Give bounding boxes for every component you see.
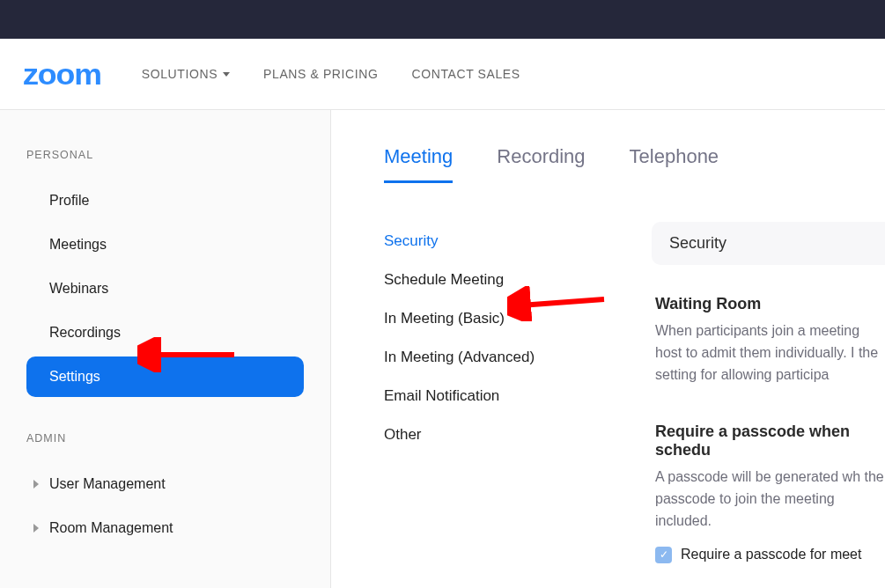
settings-subnav: Security Schedule Meeting In Meeting (Ba… [384,222,652,588]
tab-telephone[interactable]: Telephone [630,145,719,183]
nav-solutions[interactable]: SOLUTIONS [142,67,230,81]
logo[interactable]: zoom [23,57,101,92]
setting-description: A passcode will be generated wh the pass… [655,467,885,532]
sidebar-item-label: User Management [49,476,166,492]
checkbox-row[interactable]: ✓ Require a passcode for meet [655,547,885,563]
subnav-in-meeting-basic[interactable]: In Meeting (Basic) [384,299,652,338]
sidebar-item-meetings[interactable]: Meetings [26,224,304,265]
nav-contact-sales[interactable]: CONTACT SALES [411,67,520,81]
subnav-in-meeting-advanced[interactable]: In Meeting (Advanced) [384,338,652,377]
setting-description: When participants join a meeting host to… [655,320,885,386]
section-header-security: Security [652,222,885,265]
setting-title: Require a passcode when schedu [655,423,885,459]
sidebar-item-label: Room Management [49,520,173,536]
sidebar-section-personal: PERSONAL [26,149,304,161]
tab-recording[interactable]: Recording [497,145,585,183]
checkbox-label: Require a passcode for meet [681,547,861,562]
chevron-right-icon [33,524,39,533]
settings-content: Security Waiting Room When participants … [652,222,885,588]
tab-meeting[interactable]: Meeting [384,145,453,183]
setting-waiting-room: Waiting Room When participants join a me… [652,295,885,386]
nav-plans-pricing[interactable]: PLANS & PRICING [263,67,378,81]
nav-label: SOLUTIONS [142,67,218,81]
setting-require-passcode: Require a passcode when schedu A passcod… [652,423,885,562]
caret-down-icon [223,72,230,77]
main-content: Meeting Recording Telephone Security Sch… [331,110,885,588]
sidebar-item-settings[interactable]: Settings [26,356,304,397]
sidebar-item-profile[interactable]: Profile [26,180,304,221]
chevron-right-icon [33,480,39,489]
subnav-email-notification[interactable]: Email Notification [384,377,652,415]
top-nav: SOLUTIONS PLANS & PRICING CONTACT SALES [142,67,520,81]
subnav-security[interactable]: Security [384,222,652,261]
subnav-other[interactable]: Other [384,415,652,454]
subnav-schedule-meeting[interactable]: Schedule Meeting [384,261,652,299]
header: zoom SOLUTIONS PLANS & PRICING CONTACT S… [0,39,885,110]
setting-title: Waiting Room [655,295,885,313]
sidebar: PERSONAL Profile Meetings Webinars Recor… [0,110,331,588]
sidebar-item-recordings[interactable]: Recordings [26,312,304,353]
tabs: Meeting Recording Telephone [384,145,885,183]
sidebar-item-user-management[interactable]: User Management [26,464,304,504]
sidebar-section-admin: ADMIN [26,432,304,445]
top-bar [0,0,885,39]
sidebar-item-webinars[interactable]: Webinars [26,268,304,309]
sidebar-item-room-management[interactable]: Room Management [26,508,304,548]
checkbox-icon[interactable]: ✓ [655,547,672,563]
